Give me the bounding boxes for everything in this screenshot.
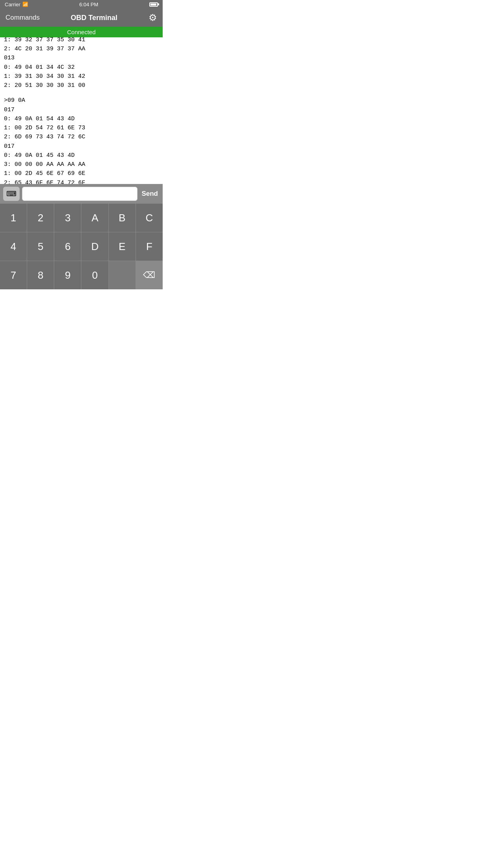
command-input[interactable] [22, 187, 138, 201]
terminal-line: 3: 00 00 00 AA AA AA AA [4, 160, 159, 169]
carrier-label: Carrier [5, 2, 20, 7]
nav-bar: Commands OBD Terminal ⚙ [0, 9, 163, 27]
key-6[interactable]: 6 [54, 232, 81, 261]
nav-title: OBD Terminal [71, 14, 117, 22]
status-left: Carrier 📶 [5, 2, 28, 7]
key-0[interactable]: 0 [81, 261, 108, 289]
key-a[interactable]: A [81, 204, 108, 232]
time-label: 6:04 PM [79, 2, 98, 7]
key-c[interactable]: C [136, 204, 163, 232]
keypad: 123ABC456DEF7890⌫ [0, 204, 163, 289]
terminal-line: 2: 6D 69 73 43 74 72 6C [4, 132, 159, 142]
battery-fill [150, 4, 156, 6]
terminal-line [4, 90, 159, 96]
key-e[interactable]: E [109, 232, 136, 261]
terminal-line: 2: 4C 20 31 39 37 37 AA [4, 44, 159, 53]
terminal-line: 0: 49 0A 01 45 43 4D [4, 151, 159, 160]
terminal-line: 017 [4, 142, 159, 151]
terminal-line: 017 [4, 105, 159, 114]
key-b[interactable]: B [109, 204, 136, 232]
terminal-output: >09040130: 49 04 01 30 43 381: 39 32 37 … [0, 37, 163, 184]
key-2[interactable]: 2 [27, 204, 54, 232]
terminal-line: 2: 20 51 30 30 30 31 00 [4, 81, 159, 90]
terminal-line: 1: 39 31 30 34 30 31 42 [4, 72, 159, 81]
key-3[interactable]: 3 [54, 204, 81, 232]
key-1[interactable]: 1 [0, 204, 27, 232]
terminal-line: 0: 49 0A 01 54 43 4D [4, 114, 159, 123]
terminal-line: 013 [4, 53, 159, 63]
gear-icon[interactable]: ⚙ [149, 12, 157, 23]
key-f[interactable]: F [136, 232, 163, 261]
connected-label: Connected [67, 29, 96, 35]
key-7[interactable]: 7 [0, 261, 27, 289]
terminal-line: 1: 39 32 37 37 35 30 41 [4, 37, 159, 44]
keyboard-icon: ⌨ [6, 189, 17, 198]
key-4[interactable]: 4 [0, 232, 27, 261]
terminal-line: 2: 65 43 6F 6E 74 72 6F [4, 178, 159, 184]
key-5[interactable]: 5 [27, 232, 54, 261]
delete-icon: ⌫ [143, 270, 155, 280]
terminal-line: >09 0A [4, 96, 159, 105]
delete-key[interactable]: ⌫ [136, 261, 163, 289]
input-row: ⌨ Send [0, 184, 163, 204]
connected-bar: Connected [0, 27, 163, 37]
send-button[interactable]: Send [140, 190, 160, 198]
commands-button[interactable]: Commands [6, 14, 40, 22]
key-8[interactable]: 8 [27, 261, 54, 289]
keyboard-toggle-button[interactable]: ⌨ [3, 187, 20, 201]
key-9[interactable]: 9 [54, 261, 81, 289]
terminal-line: 1: 00 2D 45 6E 67 69 6E [4, 169, 159, 178]
key-d[interactable]: D [81, 232, 108, 261]
terminal-line: 0: 49 04 01 34 4C 32 [4, 63, 159, 72]
wifi-icon: 📶 [22, 2, 28, 7]
battery-icon [149, 2, 158, 7]
status-bar: Carrier 📶 6:04 PM [0, 0, 163, 9]
terminal-line: 1: 00 2D 54 72 61 6E 73 [4, 123, 159, 132]
empty-key[interactable] [109, 261, 136, 289]
